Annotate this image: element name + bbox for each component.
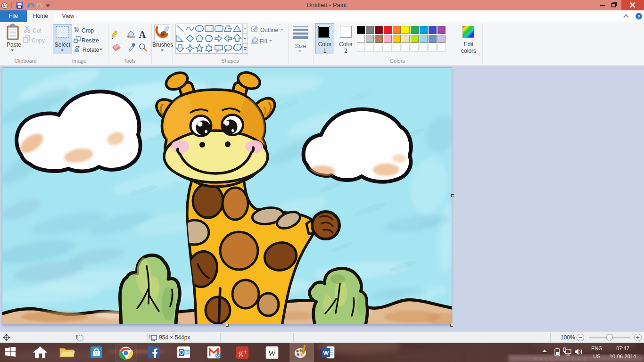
- svg-text:g: g: [239, 348, 243, 357]
- svg-text:W: W: [323, 349, 329, 356]
- svg-text:WALLPAPERS: WALLPAPERS: [533, 356, 589, 362]
- svg-text:+: +: [244, 349, 247, 355]
- svg-text:W: W: [268, 349, 276, 358]
- svg-text:A: A: [139, 29, 146, 40]
- svg-text:?: ?: [637, 14, 640, 19]
